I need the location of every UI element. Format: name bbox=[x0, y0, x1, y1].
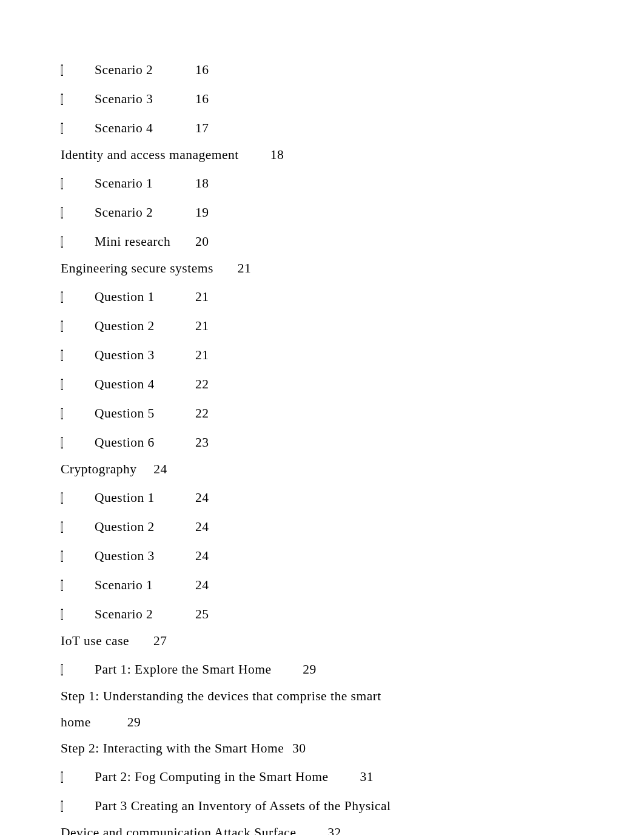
toc-entry-continued: Device and communication Attack Surface … bbox=[61, 820, 583, 835]
toc-step: Step 2: Interacting with the Smart Home … bbox=[61, 735, 583, 762]
toc-label: Engineering secure systems bbox=[61, 261, 234, 276]
bullet-icon: ▯ bbox=[61, 168, 95, 197]
toc-label: Mini research bbox=[95, 229, 192, 255]
toc-label: Identity and access management bbox=[61, 147, 267, 162]
toc-entry-content: Question 5 22 bbox=[95, 401, 583, 427]
bullet-icon: ▯ bbox=[61, 599, 95, 628]
toc-label: Scenario 2 bbox=[95, 57, 192, 83]
toc-entry: ▯ Question 3 21 bbox=[61, 340, 583, 369]
toc-entry-content: Question 1 21 bbox=[95, 284, 583, 310]
toc-entry-content: Scenario 2 25 bbox=[95, 601, 583, 627]
toc-label: Part 2: Fog Computing in the Smart Home bbox=[95, 769, 357, 784]
toc-label: Question 1 bbox=[95, 284, 192, 310]
bullet-icon: ▯ bbox=[61, 654, 95, 683]
toc-page: 24 bbox=[195, 578, 209, 592]
toc-entry-content: Scenario 1 18 bbox=[95, 171, 583, 197]
toc-entry-content: Mini research 20 bbox=[95, 229, 583, 255]
toc-entry: ▯ Scenario 2 19 bbox=[61, 197, 583, 226]
toc-entry: ▯ Question 2 24 bbox=[61, 512, 583, 541]
toc-entry-content: Part 3 Creating an Inventory of Assets o… bbox=[95, 793, 583, 819]
bullet-icon: ▯ bbox=[61, 482, 95, 512]
toc-page: 17 bbox=[195, 121, 209, 135]
toc-section: IoT use case 27 bbox=[61, 628, 583, 654]
bullet-icon: ▯ bbox=[61, 55, 95, 84]
toc-page: ▯ Scenario 2 16 ▯ Scenario 3 16 ▯ Scenar… bbox=[61, 55, 583, 835]
toc-page: 21 bbox=[195, 348, 209, 362]
bullet-icon: ▯ bbox=[61, 541, 95, 570]
toc-page: 22 bbox=[195, 406, 209, 421]
toc-entry-content: Question 2 24 bbox=[95, 514, 583, 540]
toc-page: 23 bbox=[195, 435, 209, 450]
toc-label: home bbox=[61, 715, 91, 729]
toc-label: Device and communication Attack Surface bbox=[61, 825, 324, 835]
toc-step: Step 1: Understanding the devices that c… bbox=[61, 683, 583, 709]
toc-entry-content: Scenario 2 19 bbox=[95, 200, 583, 226]
toc-entry: ▯ Question 1 24 bbox=[61, 482, 583, 512]
toc-page: 21 bbox=[195, 319, 209, 333]
toc-label: Question 2 bbox=[95, 514, 192, 540]
toc-entry: ▯ Mini research 20 bbox=[61, 226, 583, 255]
toc-entry-content: Scenario 3 16 bbox=[95, 86, 583, 112]
toc-page: 21 bbox=[238, 261, 252, 276]
toc-page: 19 bbox=[195, 205, 209, 220]
toc-entry: ▯ Question 6 23 bbox=[61, 427, 583, 456]
toc-entry-content: Scenario 4 17 bbox=[95, 115, 583, 141]
toc-page: 18 bbox=[270, 147, 284, 162]
toc-entry: ▯ Scenario 1 18 bbox=[61, 168, 583, 197]
toc-entry: ▯ Scenario 3 16 bbox=[61, 84, 583, 113]
toc-page: 16 bbox=[195, 63, 209, 77]
toc-entry-content: Question 2 21 bbox=[95, 313, 583, 339]
toc-section: Cryptography 24 bbox=[61, 456, 583, 482]
bullet-icon: ▯ bbox=[61, 791, 95, 820]
toc-page: 24 bbox=[195, 549, 209, 563]
bullet-icon: ▯ bbox=[61, 762, 95, 791]
toc-entry-content: Scenario 1 24 bbox=[95, 572, 583, 598]
toc-entry: ▯ Scenario 1 24 bbox=[61, 570, 583, 599]
bullet-icon: ▯ bbox=[61, 311, 95, 340]
toc-page: 32 bbox=[327, 825, 341, 835]
toc-page: 21 bbox=[195, 289, 209, 304]
toc-page: 29 bbox=[127, 715, 141, 729]
toc-label: Question 2 bbox=[95, 313, 192, 339]
toc-label: Question 3 bbox=[95, 543, 192, 569]
toc-label: Scenario 2 bbox=[95, 601, 192, 627]
toc-entry: ▯ Question 3 24 bbox=[61, 541, 583, 570]
toc-page: 27 bbox=[153, 634, 167, 648]
toc-entry: ▯ Question 2 21 bbox=[61, 311, 583, 340]
toc-page: 31 bbox=[360, 769, 374, 784]
toc-entry: ▯ Question 1 21 bbox=[61, 282, 583, 311]
toc-label: Scenario 2 bbox=[95, 200, 192, 226]
toc-page: 29 bbox=[303, 662, 317, 677]
toc-entry-content: Question 4 22 bbox=[95, 371, 583, 397]
toc-entry: ▯ Scenario 4 17 bbox=[61, 113, 583, 142]
toc-label: Question 4 bbox=[95, 371, 192, 397]
toc-page: 20 bbox=[195, 234, 209, 249]
bullet-icon: ▯ bbox=[61, 369, 95, 398]
bullet-icon: ▯ bbox=[61, 340, 95, 369]
toc-entry-content: Part 1: Explore the Smart Home 29 bbox=[95, 657, 583, 683]
toc-entry-content: Scenario 2 16 bbox=[95, 57, 583, 83]
toc-label: IoT use case bbox=[61, 634, 129, 648]
toc-section: Engineering secure systems 21 bbox=[61, 255, 583, 282]
toc-section: Identity and access management 18 bbox=[61, 142, 583, 168]
bullet-icon: ▯ bbox=[61, 570, 95, 599]
toc-entry: ▯ Scenario 2 16 bbox=[61, 55, 583, 84]
toc-label: Question 5 bbox=[95, 401, 192, 427]
bullet-icon: ▯ bbox=[61, 84, 95, 113]
toc-page: 30 bbox=[292, 741, 306, 756]
toc-page: 22 bbox=[195, 377, 209, 391]
toc-label: Scenario 4 bbox=[95, 115, 192, 141]
bullet-icon: ▯ bbox=[61, 226, 95, 255]
toc-entry: ▯ Question 4 22 bbox=[61, 369, 583, 398]
toc-label: Scenario 3 bbox=[95, 86, 192, 112]
toc-label: Part 3 Creating an Inventory of Assets o… bbox=[95, 799, 391, 813]
toc-label: Step 1: Understanding the devices that c… bbox=[61, 689, 381, 703]
toc-label: Cryptography bbox=[61, 462, 136, 476]
toc-label: Scenario 1 bbox=[95, 171, 192, 197]
toc-entry: ▯ Part 2: Fog Computing in the Smart Hom… bbox=[61, 762, 583, 791]
toc-label: Scenario 1 bbox=[95, 572, 192, 598]
toc-label: Part 1: Explore the Smart Home bbox=[95, 662, 299, 677]
bullet-icon: ▯ bbox=[61, 427, 95, 456]
toc-entry: ▯ Question 5 22 bbox=[61, 398, 583, 427]
toc-page: 24 bbox=[195, 490, 209, 505]
